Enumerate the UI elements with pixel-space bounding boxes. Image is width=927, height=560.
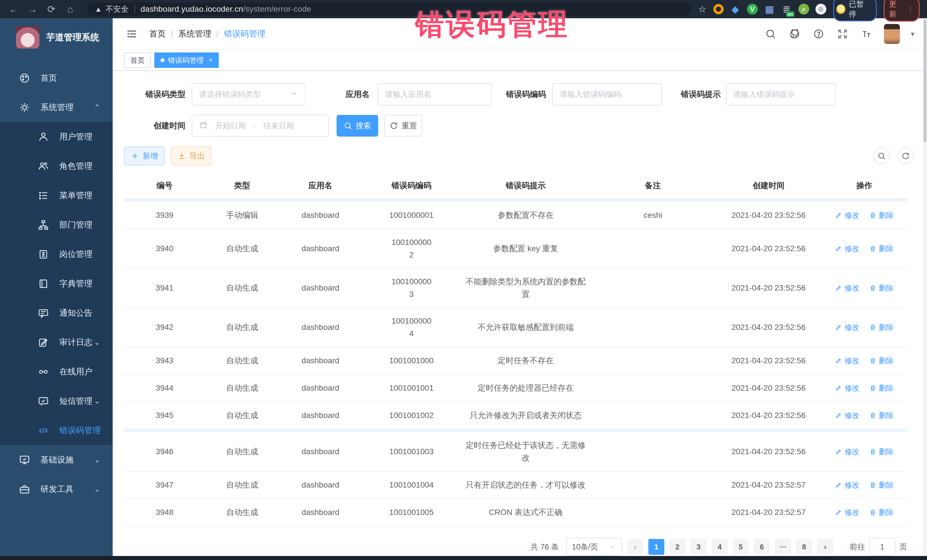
- edit-link[interactable]: 修改: [835, 282, 859, 294]
- browser-home-icon[interactable]: ⌂: [64, 3, 76, 15]
- delete-icon: [869, 481, 877, 489]
- error-message-input[interactable]: [726, 83, 836, 106]
- next-page-button[interactable]: ›: [817, 539, 833, 555]
- extension-green-search-icon[interactable]: ⌕: [798, 4, 809, 15]
- app-name-input[interactable]: [378, 83, 492, 106]
- profile-paused-chip[interactable]: 已暂停: [833, 0, 877, 21]
- edit-link[interactable]: 修改: [835, 354, 859, 367]
- add-button[interactable]: 新增: [124, 147, 164, 165]
- edit-link[interactable]: 修改: [835, 209, 859, 222]
- end-date-input[interactable]: 结束日期: [263, 121, 294, 131]
- sidebar-item-4-菜单管理[interactable]: 菜单管理: [0, 181, 112, 210]
- page-size-select[interactable]: 10条/页: [566, 538, 622, 556]
- sidebar-item-13-基础设施[interactable]: 基础设施⌄: [0, 445, 112, 475]
- fullscreen-button[interactable]: [836, 27, 849, 41]
- sidebar-item-0-首页[interactable]: 首页: [0, 63, 112, 93]
- breadcrumb-item[interactable]: 系统管理: [178, 28, 211, 39]
- scrollbar-thumb[interactable]: [924, 20, 926, 142]
- goto-page-input[interactable]: 1: [869, 538, 895, 556]
- sidebar-item-9-审计日志[interactable]: 审计日志⌄: [0, 328, 112, 357]
- cell-type: 自动生成: [205, 275, 279, 301]
- edit-link[interactable]: 修改: [835, 445, 859, 458]
- column-header-操作: 操作: [821, 174, 907, 199]
- export-button[interactable]: 导出: [171, 147, 211, 165]
- delete-link[interactable]: 删除: [869, 321, 894, 334]
- app-logo-row[interactable]: 芋道管理系统: [0, 18, 112, 56]
- start-date-input[interactable]: 开始日期: [215, 121, 246, 131]
- toggle-search-button[interactable]: [873, 148, 890, 164]
- page-scrollbar[interactable]: [923, 18, 927, 557]
- search-button[interactable]: [764, 27, 777, 41]
- extension-green-check-icon[interactable]: V: [747, 4, 758, 15]
- edit-link[interactable]: 修改: [835, 242, 859, 255]
- sidebar-item-8-通知公告[interactable]: 通知公告: [0, 298, 112, 328]
- page-button-6[interactable]: 6: [754, 539, 770, 555]
- browser-forward-icon[interactable]: →: [26, 3, 39, 15]
- chevron-down-icon[interactable]: ▾: [911, 30, 915, 38]
- page-ellipsis[interactable]: ···: [775, 539, 791, 555]
- extension-list-on-icon[interactable]: ≣on: [781, 4, 792, 15]
- tab-首页[interactable]: 首页: [124, 52, 151, 68]
- sidebar-item-11-短信管理[interactable]: 短信管理⌄: [0, 386, 112, 416]
- close-icon[interactable]: ×: [209, 56, 213, 64]
- delete-link[interactable]: 删除: [869, 209, 894, 222]
- sidebar-item-2-用户管理[interactable]: 用户管理: [0, 122, 112, 152]
- search-button[interactable]: 搜索: [337, 115, 378, 137]
- page-button-3[interactable]: 3: [690, 539, 707, 555]
- user-avatar[interactable]: [884, 24, 900, 44]
- edit-link[interactable]: 修改: [835, 409, 859, 422]
- font-size-button[interactable]: [860, 27, 873, 41]
- sidebar-item-7-字典管理[interactable]: 字典管理: [0, 269, 112, 298]
- hamburger-icon[interactable]: [125, 27, 138, 41]
- browser-back-icon[interactable]: ←: [8, 3, 20, 15]
- help-button[interactable]: [812, 27, 825, 41]
- page-button-1[interactable]: 1: [648, 539, 664, 555]
- delete-link[interactable]: 删除: [869, 479, 894, 491]
- edit-link[interactable]: 修改: [835, 506, 859, 519]
- bookmark-star-icon[interactable]: ☆: [698, 4, 707, 15]
- delete-link[interactable]: 删除: [869, 409, 894, 422]
- page-button-8[interactable]: 8: [796, 539, 812, 555]
- sidebar-item-14-研发工具[interactable]: 研发工具⌄: [0, 475, 112, 504]
- sidebar-item-1-系统管理[interactable]: 系统管理⌃: [0, 93, 112, 122]
- edit-link[interactable]: 修改: [835, 382, 859, 395]
- reset-button[interactable]: 重置: [384, 115, 422, 137]
- github-button[interactable]: [788, 27, 801, 41]
- extension-blue-gem-icon[interactable]: ◆: [730, 4, 741, 15]
- edit-link[interactable]: 修改: [835, 479, 859, 491]
- browser-menu-dots-icon[interactable]: ⋮: [907, 6, 914, 12]
- refresh-table-button[interactable]: [897, 148, 914, 164]
- error-code-input[interactable]: [552, 83, 662, 106]
- address-bar[interactable]: ▲ 不安全 dashboard.yudao.iocoder.cn/system/…: [87, 3, 691, 16]
- table-row: 3948自动生成dashboard1001001005CRON 表达式不正确20…: [124, 499, 907, 527]
- extension-grid-icon[interactable]: ▦: [764, 4, 775, 15]
- extension-puzzle-icon[interactable]: ⊕: [816, 4, 826, 15]
- edit-link-label: 修改: [845, 409, 859, 422]
- cell-error-message: 定时任务不存在: [461, 348, 590, 374]
- error-type-select[interactable]: 请选择错误码类型: [191, 83, 306, 106]
- delete-link[interactable]: 删除: [869, 242, 894, 255]
- extension-orange-ring-icon[interactable]: [713, 4, 723, 14]
- sidebar-item-6-岗位管理[interactable]: 岗位管理: [0, 240, 112, 269]
- tab-错误码管理[interactable]: 错误码管理×: [154, 52, 219, 68]
- page-button-5[interactable]: 5: [733, 539, 749, 555]
- delete-link[interactable]: 删除: [869, 282, 894, 294]
- edit-link[interactable]: 修改: [835, 321, 859, 334]
- browser-bar: ← → ⟳ ⌂ ▲ 不安全 dashboard.yudao.iocoder.cn…: [0, 0, 927, 18]
- sidebar-item-10-在线用户[interactable]: 在线用户: [0, 357, 112, 386]
- delete-link[interactable]: 删除: [869, 354, 894, 367]
- delete-link[interactable]: 删除: [869, 506, 894, 519]
- sidebar-item-12-错误码管理[interactable]: 错误码管理: [0, 416, 112, 445]
- browser-update-button[interactable]: 更新 ⋮: [884, 0, 919, 22]
- delete-link[interactable]: 删除: [869, 382, 894, 395]
- sidebar-item-5-部门管理[interactable]: 部门管理: [0, 210, 112, 240]
- page-button-4[interactable]: 4: [712, 539, 728, 555]
- page-button-2[interactable]: 2: [669, 539, 685, 555]
- prev-page-button[interactable]: ‹: [627, 539, 643, 555]
- browser-reload-icon[interactable]: ⟳: [45, 3, 58, 15]
- delete-link[interactable]: 删除: [869, 445, 894, 458]
- breadcrumb-item[interactable]: 首页: [149, 28, 166, 39]
- cell-error-code: 100100000 2: [362, 229, 461, 268]
- date-range-picker[interactable]: 开始日期 - 结束日期: [191, 115, 328, 137]
- sidebar-item-3-角色管理[interactable]: 角色管理: [0, 152, 112, 181]
